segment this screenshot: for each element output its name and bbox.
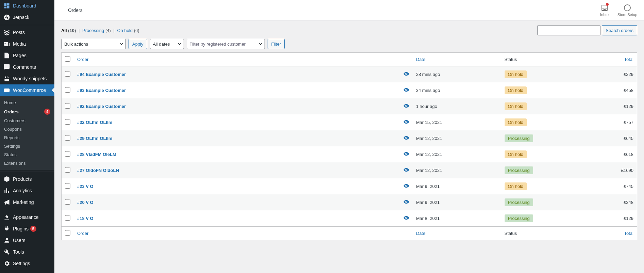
inbox-button[interactable]: Inbox xyxy=(600,4,609,17)
sidebar-item-pages[interactable]: Pages xyxy=(0,50,54,61)
filter-processing[interactable]: Processing (4) xyxy=(82,28,111,33)
table-row[interactable]: #18 V OMar 8, 2021Processing£129 xyxy=(62,210,637,227)
row-checkbox[interactable] xyxy=(65,183,70,189)
sidebar-item-appearance[interactable]: Appearance xyxy=(0,211,54,223)
preview-icon[interactable] xyxy=(403,121,409,126)
row-checkbox[interactable] xyxy=(65,71,70,77)
search-orders-button[interactable]: Search orders xyxy=(602,25,637,35)
preview-icon[interactable] xyxy=(403,217,409,222)
col-footer-order[interactable]: Order xyxy=(74,227,400,240)
woo-icon xyxy=(3,87,10,94)
sidebar-item-label: Appearance xyxy=(13,214,39,220)
sidebar-sub-customers[interactable]: Customers xyxy=(0,116,54,125)
row-checkbox[interactable] xyxy=(65,87,70,93)
filter-button[interactable]: Filter xyxy=(268,39,285,49)
sidebar-item-dashboard[interactable]: Dashboard xyxy=(0,0,54,12)
sidebar-item-label: Marketing xyxy=(13,199,34,205)
circle-icon xyxy=(623,4,631,12)
sidebar-item-users[interactable]: Users xyxy=(0,235,54,246)
store-setup-button[interactable]: Store Setup xyxy=(617,4,637,17)
sidebar-item-label: Dashboard xyxy=(13,3,36,9)
order-link[interactable]: #32 OLlfm OLllm xyxy=(77,120,112,125)
sidebar-sub-settings[interactable]: Settings xyxy=(0,142,54,150)
col-footer-date[interactable]: Date xyxy=(413,227,501,240)
bulk-actions-select[interactable]: Bulk actions xyxy=(61,39,126,49)
preview-icon[interactable] xyxy=(403,169,409,174)
sidebar-sub-home[interactable]: Home xyxy=(0,98,54,107)
table-row[interactable]: #29 OLlfm OLllmMar 12, 2021Processing£64… xyxy=(62,130,637,146)
col-header-order[interactable]: Order xyxy=(74,53,400,66)
order-date: 1 hour ago xyxy=(413,98,501,114)
order-date: 34 mins ago xyxy=(413,82,501,98)
table-row[interactable]: #28 VladFM OleLMMar 12, 2021On hold£618 xyxy=(62,146,637,162)
sidebar-sub-status[interactable]: Status xyxy=(0,150,54,159)
table-row[interactable]: #27 OldoFN OldoLNMar 12, 2021Processing£… xyxy=(62,162,637,178)
table-row[interactable]: #94 Example Customer28 mins agoOn hold£2… xyxy=(62,66,637,83)
sidebar-item-marketing[interactable]: Marketing xyxy=(0,196,54,208)
sidebar-sub-coupons[interactable]: Coupons xyxy=(0,125,54,133)
preview-icon[interactable] xyxy=(403,201,409,206)
order-link[interactable]: #27 OldoFN OldoLN xyxy=(77,168,119,173)
preview-icon[interactable] xyxy=(403,153,409,158)
table-row[interactable]: #32 OLlfm OLllmMar 15, 2021On hold£757 xyxy=(62,114,637,130)
sidebar-item-products[interactable]: Products xyxy=(0,173,54,185)
order-link[interactable]: #20 V O xyxy=(77,200,94,205)
order-link[interactable]: #23 V O xyxy=(77,184,94,189)
row-checkbox[interactable] xyxy=(65,151,70,157)
row-checkbox[interactable] xyxy=(65,167,70,173)
filter-all[interactable]: All (10) xyxy=(61,28,76,33)
sidebar-item-comments[interactable]: Comments xyxy=(0,61,54,73)
sidebar-item-label: Analytics xyxy=(13,188,32,193)
status-badge: On hold xyxy=(505,102,527,110)
select-all-checkbox-footer[interactable] xyxy=(65,230,70,236)
sidebar-sub-orders[interactable]: Orders4 xyxy=(0,107,54,116)
table-row[interactable]: #92 Example Customer1 hour agoOn hold£12… xyxy=(62,98,637,114)
table-row[interactable]: #23 V OMar 9, 2021On hold£745 xyxy=(62,178,637,194)
preview-icon[interactable] xyxy=(403,185,409,190)
sidebar-sub-reports[interactable]: Reports xyxy=(0,133,54,142)
customer-filter-select[interactable]: Filter by registered customer xyxy=(187,39,265,49)
row-checkbox[interactable] xyxy=(65,103,70,109)
sidebar-sub-label: Customers xyxy=(4,118,26,123)
page-title: Orders xyxy=(60,7,83,13)
col-header-status: Status xyxy=(501,53,596,66)
order-link[interactable]: #29 OLlfm OLllm xyxy=(77,136,112,141)
sidebar-item-posts[interactable]: Posts xyxy=(0,27,54,38)
order-total: £458 xyxy=(596,82,637,98)
apply-button[interactable]: Apply xyxy=(129,39,147,49)
sidebar-item-media[interactable]: Media xyxy=(0,38,54,50)
col-header-total[interactable]: Total xyxy=(596,53,637,66)
order-date: Mar 15, 2021 xyxy=(413,114,501,130)
sidebar-item-jetpack[interactable]: Jetpack xyxy=(0,12,54,23)
marketing-icon xyxy=(3,199,10,206)
order-date: Mar 8, 2021 xyxy=(413,210,501,227)
filter-onhold[interactable]: On hold (6) xyxy=(117,28,139,33)
dates-filter-select[interactable]: All dates xyxy=(150,39,184,49)
search-orders-input[interactable] xyxy=(537,25,600,35)
col-footer-total[interactable]: Total xyxy=(596,227,637,240)
preview-icon[interactable] xyxy=(403,105,409,110)
table-row[interactable]: #93 Example Customer34 mins agoOn hold£4… xyxy=(62,82,637,98)
sidebar-item-woocommerce[interactable]: WooCommerce xyxy=(0,84,54,96)
sidebar-sub-extensions[interactable]: Extensions xyxy=(0,159,54,167)
order-link[interactable]: #18 V O xyxy=(77,216,94,221)
order-link[interactable]: #94 Example Customer xyxy=(77,72,126,77)
table-row[interactable]: #20 V OMar 9, 2021Processing£348 xyxy=(62,194,637,210)
sidebar-item-label: Jetpack xyxy=(13,15,29,20)
row-checkbox[interactable] xyxy=(65,199,70,205)
col-header-date[interactable]: Date xyxy=(413,53,501,66)
order-link[interactable]: #28 VladFM OleLM xyxy=(77,152,116,157)
sidebar-item-tools[interactable]: Tools xyxy=(0,246,54,247)
row-checkbox[interactable] xyxy=(65,119,70,125)
preview-icon[interactable] xyxy=(403,73,409,78)
preview-icon[interactable] xyxy=(403,137,409,142)
select-all-checkbox[interactable] xyxy=(65,56,70,62)
preview-icon[interactable] xyxy=(403,89,409,94)
sidebar-item-woody-snippets[interactable]: Woody snippets xyxy=(0,73,54,84)
sidebar-item-plugins[interactable]: Plugins5 xyxy=(0,223,54,235)
row-checkbox[interactable] xyxy=(65,135,70,141)
order-link[interactable]: #93 Example Customer xyxy=(77,88,126,93)
order-link[interactable]: #92 Example Customer xyxy=(77,104,126,109)
sidebar-item-analytics[interactable]: Analytics xyxy=(0,185,54,196)
row-checkbox[interactable] xyxy=(65,215,70,221)
